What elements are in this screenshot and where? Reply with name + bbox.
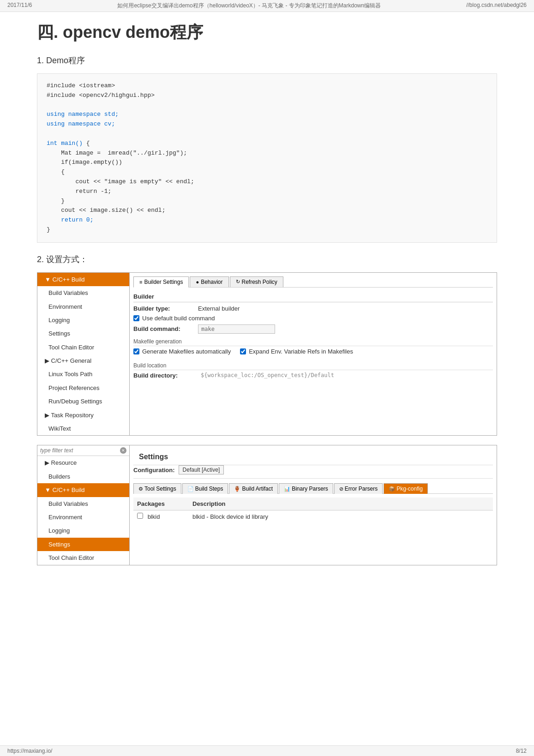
sidebar-item-logging[interactable]: Logging <box>37 313 129 327</box>
tool-settings-icon: ⚙ <box>138 486 143 492</box>
code-line-main-start: int main() <box>47 140 83 147</box>
tabs-row-2: ⚙ Tool Settings 📄 Build Steps 🏺 Build Ar… <box>133 483 493 494</box>
code-line-using: using namespace std; using namespace cv; <box>47 111 119 127</box>
tab-error-parsers[interactable]: ⊘ Error Parsers <box>334 483 383 494</box>
page-number: 8/12 <box>516 748 527 754</box>
sidebar-item-tool-chain-editor[interactable]: Tool Chain Editor <box>37 341 129 354</box>
sidebar-2: ✕ ▶ Resource Builders ▼ C/C++ Build Buil… <box>37 445 130 564</box>
build-command-label: Build command: <box>133 325 198 332</box>
builder-settings-icon: ≡ <box>139 279 142 285</box>
code-block: #include <iostream> #include <opencv2/hi… <box>37 73 497 243</box>
build-command-input[interactable] <box>198 324 275 334</box>
col-description: Description <box>189 499 493 508</box>
sidebar-item-settings[interactable]: Settings <box>37 327 129 340</box>
tab-pkg-config[interactable]: 📦 Pkg-config <box>384 483 428 494</box>
col-packages: Packages <box>133 499 189 508</box>
build-dir-label: Build directory: <box>133 372 198 379</box>
tab-tool-settings[interactable]: ⚙ Tool Settings <box>133 483 181 494</box>
generate-makefiles-checkbox[interactable] <box>133 348 139 354</box>
sidebar-item-build-variables[interactable]: Build Variables <box>37 286 129 300</box>
top-bar-date: 2017/11/6 <box>7 2 32 10</box>
sidebar2-item-tool-chain[interactable]: Tool Chain Editor <box>37 551 129 564</box>
page-title: 四. opencv demo程序 <box>37 21 497 44</box>
build-dir-value: ${workspace_loc:/OS_opencv_test}/Default <box>201 372 334 378</box>
sidebar2-item-logging[interactable]: Logging <box>37 524 129 537</box>
bottom-url[interactable]: https://maxiang.io/ <box>7 748 52 754</box>
page-content: 四. opencv demo程序 1. Demo程序 #include <ios… <box>0 12 534 575</box>
generate-makefiles-row: Generate Makefiles automatically <box>133 348 231 355</box>
eclipse-panel-2: ✕ ▶ Resource Builders ▼ C/C++ Build Buil… <box>37 445 497 565</box>
filter-row: ✕ <box>37 445 129 456</box>
code-line-1: #include <iostream> #include <opencv2/hi… <box>47 82 155 99</box>
tab-binary-parsers[interactable]: 📊 Binary Parsers <box>279 483 333 494</box>
build-location-label: Build location <box>133 361 493 370</box>
build-artifact-icon: 🏺 <box>234 486 240 492</box>
build-steps-icon: 📄 <box>187 486 194 492</box>
config-row: Configuration: Default [Active] <box>133 465 493 479</box>
tab-behavior[interactable]: ● Behavior <box>190 276 228 287</box>
behavior-icon: ● <box>196 279 199 285</box>
top-bar-right: //blog.csdn.net/abedgl26 <box>466 2 527 10</box>
use-default-build-row: Use default build command <box>133 315 493 322</box>
use-default-build-checkbox[interactable] <box>133 315 139 321</box>
pkg-blkid-name: blkid <box>148 513 160 520</box>
tabs-row-1: ≡ Builder Settings ● Behavior ↻ Refresh … <box>133 276 493 288</box>
build-dir-row: Build directory: ${workspace_loc:/OS_ope… <box>133 372 493 379</box>
eclipse-main-1: ≡ Builder Settings ● Behavior ↻ Refresh … <box>130 273 497 436</box>
builder-type-label: Builder type: <box>133 305 198 312</box>
filter-clear-button[interactable]: ✕ <box>120 447 126 454</box>
sidebar2-item-settings-active[interactable]: Settings <box>37 538 129 551</box>
use-default-build-label: Use default build command <box>142 315 215 322</box>
sidebar2-item-build-vars[interactable]: Build Variables <box>37 497 129 510</box>
sidebar2-item-resource[interactable]: ▶ Resource <box>37 456 129 469</box>
makefile-options-row: Generate Makefiles automatically Expand … <box>133 348 493 358</box>
eclipse-main-2: Settings Configuration: Default [Active]… <box>130 445 497 564</box>
generate-makefiles-label: Generate Makefiles automatically <box>142 348 231 355</box>
refresh-policy-icon: ↻ <box>236 279 240 285</box>
sidebar-item-linux-tools[interactable]: Linux Tools Path <box>37 367 129 381</box>
sidebar-item-wikitext[interactable]: WikiText <box>37 422 129 435</box>
pkg-blkid-checkbox[interactable] <box>137 513 143 519</box>
build-command-row: Build command: <box>133 324 493 334</box>
expand-env-row: Expand Env. Variable Refs in Makefiles <box>240 348 353 355</box>
sidebar2-item-builders[interactable]: Builders <box>37 470 129 483</box>
tab-refresh-policy[interactable]: ↻ Refresh Policy <box>230 276 283 287</box>
top-bar-title: 如何用eclipse交叉编译出demo程序（helloworld/videoX）… <box>117 2 381 10</box>
section1-heading: 1. Demo程序 <box>37 55 497 66</box>
builder-type-row: Builder type: External builder <box>133 305 493 312</box>
config-value: Default [Active] <box>179 465 224 474</box>
sidebar-item-cpp-build[interactable]: ▼ C/C++ Build <box>37 273 129 286</box>
tab-builder-settings[interactable]: ≡ Builder Settings <box>133 276 189 288</box>
makefile-section-label: Makefile generation <box>133 337 493 346</box>
sidebar-item-cpp-general[interactable]: ▶ C/C++ General <box>37 354 129 367</box>
eclipse-panel-1: ▼ C/C++ Build Build Variables Environmen… <box>37 272 497 436</box>
expand-env-label: Expand Env. Variable Refs in Makefiles <box>249 348 353 355</box>
filter-input[interactable] <box>40 447 118 454</box>
sidebar-item-project-refs[interactable]: Project References <box>37 381 129 395</box>
binary-parsers-icon: 📊 <box>284 486 290 492</box>
settings-title: Settings <box>133 449 493 465</box>
error-parsers-icon: ⊘ <box>339 486 343 492</box>
table-row: blkid blkid - Block device id library <box>133 510 493 522</box>
tab-build-steps[interactable]: 📄 Build Steps <box>182 483 228 494</box>
table-header: Packages Description <box>133 498 493 510</box>
sidebar2-item-cpp-build[interactable]: ▼ C/C++ Build <box>37 483 129 497</box>
sidebar2-item-environment[interactable]: Environment <box>37 510 129 524</box>
pkg-config-icon: 📦 <box>389 486 395 492</box>
bottom-bar: https://maxiang.io/ 8/12 <box>0 745 534 756</box>
config-label: Configuration: <box>133 467 175 474</box>
expand-env-checkbox[interactable] <box>240 348 246 354</box>
pkg-name-cell: blkid <box>133 512 189 521</box>
top-bar: 2017/11/6 如何用eclipse交叉编译出demo程序（hellowor… <box>0 0 534 12</box>
sidebar-item-run-debug[interactable]: Run/Debug Settings <box>37 395 129 408</box>
pkg-description-cell: blkid - Block device id library <box>189 512 493 521</box>
tab-build-artifact[interactable]: 🏺 Build Artifact <box>229 483 278 494</box>
sidebar-item-task-repo[interactable]: ▶ Task Repository <box>37 408 129 422</box>
section2-heading: 2. 设置方式： <box>37 254 497 265</box>
builder-type-value: External builder <box>198 305 493 312</box>
builder-section-label: Builder <box>133 291 493 302</box>
sidebar-1: ▼ C/C++ Build Build Variables Environmen… <box>37 273 130 436</box>
sidebar-item-environment[interactable]: Environment <box>37 300 129 313</box>
